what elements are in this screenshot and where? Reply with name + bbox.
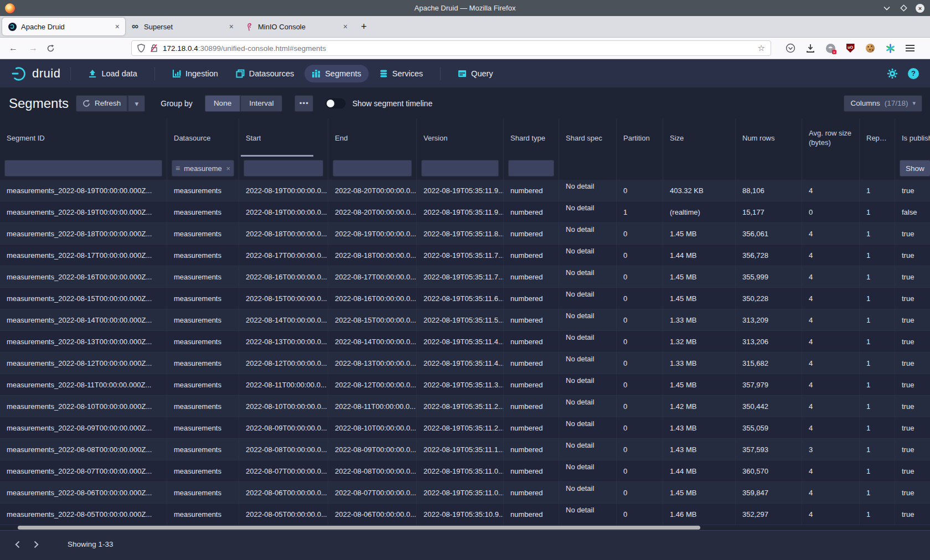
table-row[interactable]: measurements_2022-08-07T00:00:00.000Z...… (0, 460, 930, 482)
cell-start: 2022-08-09T00:00:00.0... (239, 417, 328, 438)
column-header-datasource[interactable]: Datasource (167, 119, 239, 157)
filter-input-segment-id[interactable] (4, 160, 162, 177)
ublock-origin-icon[interactable]: uO (844, 42, 857, 55)
nav-item-load-data[interactable]: Load data (81, 65, 144, 82)
column-header-avg-row-size[interactable]: Avg. row size (bytes) (802, 119, 860, 157)
tab-minio-console[interactable]: MinIO Console × (239, 18, 353, 35)
more-options-button[interactable]: ••• (294, 95, 313, 112)
filter-input-end[interactable] (333, 160, 412, 177)
tab-apache-druid[interactable]: Ɔ Apache Druid × (2, 18, 125, 35)
table-row[interactable]: measurements_2022-08-09T00:00:00.000Z...… (0, 417, 930, 439)
asterisk-extension-icon[interactable] (884, 42, 897, 55)
menu-hamburger-icon[interactable] (903, 42, 917, 55)
cell-replicas: 1 (860, 266, 895, 287)
group-by-none-button[interactable]: None (205, 95, 240, 112)
refresh-interval-dropdown[interactable]: ▾ (127, 95, 145, 112)
tab-close-icon[interactable]: × (229, 22, 234, 31)
column-header-replicas[interactable]: Replicas (860, 119, 895, 157)
is-published-filter-button[interactable]: Show (900, 160, 930, 177)
cell-shard-type: numbered (504, 288, 559, 309)
bookmark-star-icon[interactable]: ☆ (758, 43, 765, 53)
cell-avg-row-size: 4 (802, 482, 860, 503)
cell-datasource: measurements (167, 352, 239, 374)
insecure-lock-icon[interactable] (150, 44, 158, 53)
cell-datasource: measurements (167, 417, 239, 438)
settings-gear-icon[interactable] (887, 68, 898, 79)
divider (154, 67, 155, 80)
url-text[interactable]: 172.18.0.4:30899/unified-console.html#se… (163, 44, 753, 53)
divider (70, 67, 71, 80)
filter-input-version[interactable] (421, 160, 499, 177)
table-row[interactable]: measurements_2022-08-17T00:00:00.000Z...… (0, 245, 930, 266)
tab-close-icon[interactable]: × (115, 22, 120, 31)
columns-picker-button[interactable]: Columns (17/18) ▾ (844, 95, 922, 112)
column-header-is-published[interactable]: Is published (895, 119, 930, 157)
table-row[interactable]: measurements_2022-08-14T00:00:00.000Z...… (0, 309, 930, 331)
cell-replicas: 1 (860, 482, 895, 503)
nav-item-query[interactable]: Query (451, 65, 500, 82)
table-row[interactable]: measurements_2022-08-13T00:00:00.000Z...… (0, 331, 930, 352)
table-row[interactable]: measurements_2022-08-05T00:00:00.000Z...… (0, 504, 930, 525)
shield-icon[interactable] (137, 44, 145, 53)
column-header-segment-id[interactable]: Segment ID (0, 119, 167, 157)
nav-item-services[interactable]: Services (372, 65, 431, 82)
extension-privacy-icon[interactable]: ☂x (824, 42, 837, 55)
cell-is-published: true (895, 223, 930, 244)
column-header-start[interactable]: Start (239, 119, 328, 157)
table-row[interactable]: measurements_2022-08-15T00:00:00.000Z...… (0, 288, 930, 309)
cell-avg-row-size: 4 (802, 266, 860, 287)
help-icon[interactable]: ? (908, 68, 919, 79)
back-button[interactable]: ← (7, 43, 20, 53)
window-maximize-button[interactable] (899, 4, 908, 13)
filter-value[interactable]: measureme (184, 164, 222, 173)
table-row[interactable]: measurements_2022-08-10T00:00:00.000Z...… (0, 396, 930, 417)
horizontal-scrollbar[interactable] (18, 526, 700, 530)
cell-version: 2022-08-19T05:35:11.7... (417, 266, 504, 287)
reload-button[interactable] (46, 44, 60, 53)
next-page-button[interactable] (29, 537, 43, 552)
table-row[interactable]: measurements_2022-08-16T00:00:00.000Z...… (0, 266, 930, 288)
window-close-button[interactable]: × (916, 4, 924, 13)
filter-cell-avg-row-size (802, 157, 860, 180)
segment-timeline-toggle[interactable] (326, 98, 345, 108)
downloads-icon[interactable] (804, 42, 817, 55)
clear-filter-icon[interactable]: × (226, 164, 230, 173)
tab-superset[interactable]: ∞ Superset × (125, 18, 239, 35)
cell-size: 1.33 MB (663, 309, 736, 330)
column-header-size[interactable]: Size (663, 119, 736, 157)
table-row[interactable]: measurements_2022-08-12T00:00:00.000Z...… (0, 352, 930, 374)
table-row[interactable]: measurements_2022-08-11T00:00:00.000Z...… (0, 374, 930, 396)
filter-chip-datasource[interactable]: ≡measureme× (172, 160, 234, 177)
table-row[interactable]: measurements_2022-08-19T00:00:00.000Z...… (0, 201, 930, 223)
druid-logo[interactable]: druid (11, 65, 60, 82)
url-bar[interactable]: 172.18.0.4:30899/unified-console.html#se… (131, 40, 771, 56)
tab-close-icon[interactable]: × (343, 22, 348, 31)
refresh-button[interactable]: Refresh (76, 95, 127, 112)
table-row[interactable]: measurements_2022-08-06T00:00:00.000Z...… (0, 482, 930, 504)
previous-page-button[interactable] (10, 537, 24, 552)
cell-num-rows: 355,059 (736, 417, 802, 438)
column-header-partition[interactable]: Partition (617, 119, 663, 157)
new-tab-button[interactable]: + (361, 21, 367, 33)
filter-input-start[interactable] (244, 160, 323, 177)
cell-is-published: true (895, 374, 930, 395)
table-row[interactable]: measurements_2022-08-18T00:00:00.000Z...… (0, 223, 930, 245)
nav-item-ingestion[interactable]: Ingestion (165, 65, 225, 82)
forward-button[interactable]: → (27, 43, 40, 53)
window-minimize-button[interactable] (882, 4, 891, 13)
column-header-version[interactable]: Version (417, 119, 504, 157)
nav-item-datasources[interactable]: Datasources (229, 65, 301, 82)
column-header-shard-spec[interactable]: Shard spec (559, 119, 617, 157)
table-row[interactable]: measurements_2022-08-19T00:00:00.000Z...… (0, 180, 930, 201)
nav-item-segments[interactable]: Segments (304, 65, 368, 82)
cell-datasource: measurements (167, 309, 239, 330)
pocket-icon[interactable] (784, 42, 797, 55)
table-row[interactable]: measurements_2022-08-08T00:00:00.000Z...… (0, 439, 930, 460)
filter-input-shard-type[interactable] (508, 160, 554, 177)
cookie-extension-icon[interactable] (864, 42, 877, 55)
column-header-num-rows[interactable]: Num rows (736, 119, 802, 157)
group-by-interval-button[interactable]: Interval (240, 95, 282, 112)
cell-end: 2022-08-16T00:00:00.0... (328, 288, 417, 309)
column-header-shard-type[interactable]: Shard type (504, 119, 559, 157)
column-header-end[interactable]: End (328, 119, 417, 157)
